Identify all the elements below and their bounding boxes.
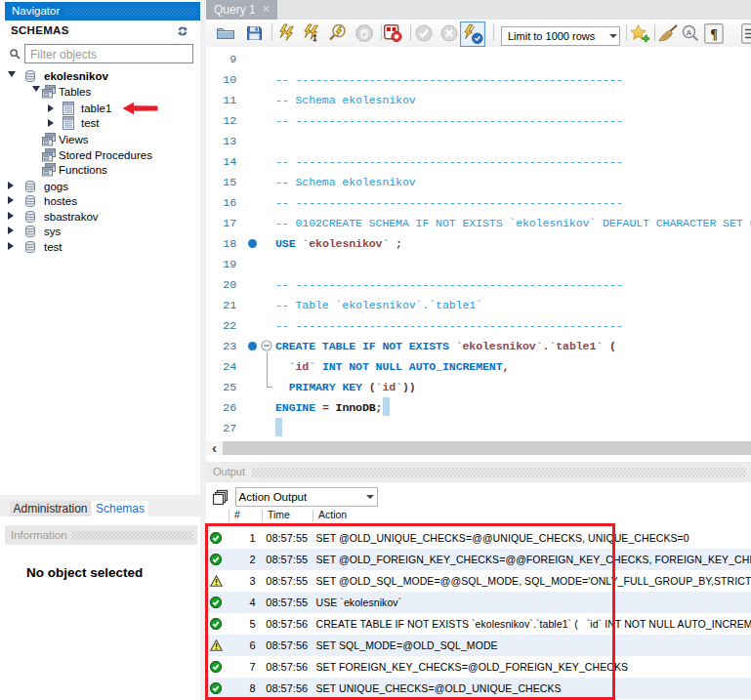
svg-text:¶: ¶ [710, 27, 718, 42]
svg-text:A: A [687, 28, 692, 37]
